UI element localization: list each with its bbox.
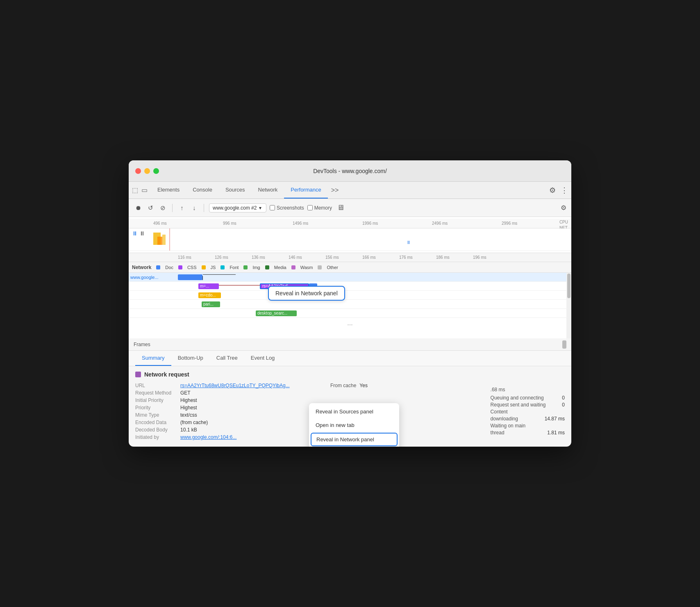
tooltip-reveal-network-1: Reveal in Network panel	[268, 286, 345, 301]
more-tabs[interactable]: >>	[328, 187, 342, 194]
sub-tick-176: 176 ms	[399, 255, 413, 260]
frames-scrollbar[interactable]	[562, 340, 566, 349]
bar-m: m=...	[198, 283, 219, 289]
bar-google	[178, 274, 202, 280]
legend-img-dot	[243, 265, 248, 269]
traffic-lights	[135, 168, 159, 174]
network-legend: Network Doc CSS JS Font Img Media Wasm O…	[129, 262, 571, 273]
record-button[interactable]: ⏺	[134, 203, 143, 212]
network-rows: www.google... m=... rs=AA2YrTtu6...	[129, 273, 571, 338]
scrollbar-thumb[interactable]	[567, 274, 570, 298]
context-menu-item-reveal-sources[interactable]: Reveal in Sources panel	[309, 405, 399, 418]
network-section-label: Network	[132, 265, 151, 270]
cpu-label: CPU	[559, 219, 568, 225]
timing-downloading-label: downloading	[491, 416, 518, 422]
performance-toolbar: ⏺ ↺ ⊘ ↑ ↓ www.google.com #2 ▾ Screenshot…	[129, 199, 571, 217]
tab-sources[interactable]: Sources	[219, 182, 252, 199]
legend-wasm-dot	[291, 265, 295, 269]
cpu-graph: ⏸ ⏸	[129, 228, 571, 251]
devtools-actions: ⚙ ⋮	[549, 186, 568, 195]
timing-request-label: Request sent and waiting	[491, 402, 546, 408]
tab-call-tree[interactable]: Call Tree	[210, 351, 244, 366]
clear-button[interactable]: ⊘	[158, 203, 167, 212]
legend-media-dot	[265, 265, 269, 269]
tab-network[interactable]: Network	[252, 182, 284, 199]
maximize-button[interactable]	[153, 168, 159, 174]
toolbar-separator-1	[172, 204, 173, 212]
row-label-google: www.google...	[129, 275, 178, 280]
timing-downloading-value: 14.87 ms	[545, 416, 565, 422]
window-title: DevTools - www.google.com/	[313, 168, 387, 174]
tab-event-log[interactable]: Event Log	[244, 351, 282, 366]
timing-panel: .68 ms Queuing and connecting 0 Request …	[491, 387, 565, 437]
svg-rect-1	[157, 237, 162, 245]
memory-checkbox[interactable]: Memory	[307, 205, 332, 211]
tab-elements[interactable]: Elements	[151, 182, 186, 199]
close-button[interactable]	[135, 168, 141, 174]
network-row-mcdo[interactable]: m=cdo...	[129, 291, 571, 300]
download-button[interactable]: ↓	[190, 203, 199, 212]
sub-tick-136: 136 ms	[252, 255, 265, 260]
more-rows-indicator: ...	[129, 318, 571, 329]
svg-rect-4	[407, 241, 410, 244]
tick-1496: 1496 ms	[293, 221, 308, 226]
sub-tick-116: 116 ms	[178, 255, 191, 260]
timing-thread-value: 1.81 ms	[547, 430, 565, 436]
inspect-icon[interactable]: ⬚	[132, 186, 138, 194]
timing-row-queuing: Queuing and connecting 0	[491, 395, 565, 401]
bar-mcdo: m=cdo...	[198, 292, 221, 298]
tab-bottom-up[interactable]: Bottom-Up	[171, 351, 210, 366]
tab-console[interactable]: Console	[186, 182, 219, 199]
from-cache-value: Yes	[359, 383, 368, 388]
context-menu-item-open-tab[interactable]: Open in new tab	[309, 418, 399, 432]
network-timeline: 116 ms 126 ms 136 ms 146 ms 156 ms 166 m…	[129, 253, 571, 338]
summary-title: Network request	[135, 371, 565, 378]
sub-tick-146: 146 ms	[289, 255, 302, 260]
bar-pari: pari...	[202, 301, 220, 307]
reload-button[interactable]: ↺	[146, 203, 155, 212]
sub-tick-186: 186 ms	[436, 255, 450, 260]
timing-row-request: Request sent and waiting 0	[491, 402, 565, 408]
context-menu-item-reveal-network[interactable]: Reveal in Network panel	[311, 433, 398, 446]
toolbar-separator-2	[204, 204, 204, 212]
timeline-ruler: CPU NET 496 ms 996 ms 1496 ms 1996 ms 24…	[129, 219, 571, 228]
tab-summary[interactable]: Summary	[135, 351, 171, 366]
summary-content: Network request URL rs=AA2YrTtu68wU8rQSE…	[129, 366, 571, 447]
legend-font-dot	[220, 265, 225, 269]
network-row-pari[interactable]: pari...	[129, 300, 571, 309]
network-row-m[interactable]: m=... rs=AA2YrTtu6...	[129, 282, 571, 291]
sub-tick-126: 126 ms	[215, 255, 228, 260]
network-row-desktop[interactable]: desktop_searc...	[129, 309, 571, 318]
context-menu: Reveal in Sources panel Open in new tab …	[309, 403, 399, 447]
url-selector[interactable]: www.google.com #2 ▾	[209, 203, 266, 212]
bottom-tabs-bar: Summary Bottom-Up Call Tree Event Log	[129, 351, 571, 366]
url-link[interactable]: rs=AA2YrTtu68wU8rQSEu1zLoTY_PQPQYibAg...	[180, 383, 324, 388]
more-options-icon[interactable]: ⋮	[561, 186, 568, 195]
network-row-google[interactable]: www.google...	[129, 273, 571, 282]
legend-wasm-label: Wasm	[300, 265, 313, 270]
devtools-tabs-bar: ⬚ ▭ Elements Console Sources Network Per…	[129, 182, 571, 199]
legend-img-label: Img	[252, 265, 260, 270]
timing-row-thread: thread 1.81 ms	[491, 430, 565, 436]
legend-media-label: Media	[274, 265, 286, 270]
timeline-scrollbar[interactable]	[566, 273, 571, 338]
tick-496: 496 ms	[153, 221, 167, 226]
upload-button[interactable]: ↑	[177, 203, 186, 212]
timing-thread-label: thread	[491, 430, 505, 436]
screenshots-checkbox[interactable]: Screenshots	[270, 205, 304, 211]
legend-doc-label: Doc	[165, 265, 173, 270]
device-icon[interactable]: ▭	[141, 186, 148, 194]
capture-settings-icon[interactable]: ⚙	[561, 204, 566, 212]
tab-performance[interactable]: Performance	[284, 182, 327, 199]
arrow-h	[203, 274, 236, 275]
settings-icon[interactable]: ⚙	[549, 186, 556, 195]
timing-queuing-label: Queuing and connecting	[491, 395, 544, 401]
minimize-button[interactable]	[144, 168, 150, 174]
legend-doc-dot	[156, 265, 160, 269]
sub-tick-196: 196 ms	[473, 255, 486, 260]
legend-other-label: Other	[327, 265, 338, 270]
from-cache-label: From cache	[330, 383, 356, 388]
legend-js-dot	[202, 265, 206, 269]
tick-2996: 2996 ms	[502, 221, 517, 226]
initiated-link[interactable]: www.google.com/:104:6...	[180, 434, 324, 440]
